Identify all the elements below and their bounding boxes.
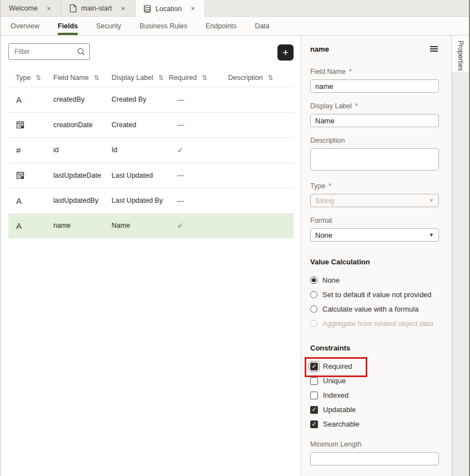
right-rail: Properties [451, 36, 469, 476]
sort-icon[interactable]: ⇅ [36, 74, 41, 82]
checkbox-indexed[interactable]: Indexed [310, 391, 439, 399]
required-cell: — [169, 121, 228, 129]
checkbox-updatable[interactable]: ✓ Updatable [310, 405, 439, 414]
checkbox-checked-icon: ✓ [310, 420, 318, 428]
column-header-type: Type [16, 74, 31, 82]
display-label-input[interactable] [310, 114, 439, 127]
properties-rail-label: Properties [457, 41, 464, 72]
add-field-button[interactable]: + [277, 44, 294, 61]
table-row-lastUpdateDate[interactable]: lastUpdateDate Last Updated — [8, 163, 294, 188]
field-name-cell: name [53, 222, 112, 229]
required-cell: — [169, 171, 228, 179]
value-calculation-heading: Value Calculation [310, 258, 439, 266]
field-name-label: Field Name* [310, 68, 439, 76]
tab-label: Location [155, 5, 181, 13]
tab-main-start[interactable]: main-start ✕ [61, 0, 135, 17]
display-label-label: Display Label* [310, 102, 439, 110]
rail-background [452, 72, 469, 476]
radio-none[interactable]: None [310, 276, 439, 284]
table-header: Type⇅ Field Name⇅ Display Label⇅ Require… [8, 69, 294, 87]
date-field-icon [16, 121, 53, 129]
checkbox-searchable[interactable]: ✓ Searchable [310, 420, 439, 428]
minimum-length-label: Minimum Length [310, 440, 439, 448]
close-icon[interactable]: ✕ [46, 4, 52, 13]
column-header-description: Description [228, 74, 263, 82]
column-header-required: Required [169, 74, 197, 82]
subtab-endpoints[interactable]: Endpoints [206, 17, 237, 35]
required-marker: * [329, 182, 331, 190]
sort-icon[interactable]: ⇅ [94, 74, 99, 82]
field-name-cell: lastUpdatedBy [53, 197, 112, 204]
properties-rail-tab[interactable]: Properties [452, 36, 469, 72]
chevron-down-icon: ▼ [429, 198, 434, 203]
checkbox-icon [310, 392, 318, 399]
description-label: Description [310, 137, 439, 144]
database-icon [144, 5, 151, 13]
close-icon[interactable]: ✕ [120, 4, 127, 13]
selected-field-title: name [310, 45, 329, 53]
subtab-fields[interactable]: Fields [58, 17, 78, 35]
radio-aggregate: Aggregate from related object data [310, 319, 439, 328]
display-label-cell: Created [112, 121, 169, 129]
field-name-input[interactable] [310, 79, 439, 93]
radio-icon [310, 305, 317, 313]
date-field-icon [16, 171, 53, 179]
required-cell: — [169, 197, 228, 205]
page-icon [69, 4, 77, 12]
checkbox-required[interactable]: ✓ Required [310, 362, 439, 370]
table-row-lastUpdatedBy[interactable]: A lastUpdatedBy Last Updated By — [8, 188, 294, 213]
constraints-heading: Constraints [310, 344, 439, 352]
number-field-icon: # [16, 146, 21, 155]
menu-icon[interactable] [429, 44, 439, 54]
tab-location[interactable]: Location ✕ [135, 0, 205, 17]
required-cell: ✓ [169, 221, 228, 230]
close-icon[interactable]: ✕ [190, 4, 196, 13]
radio-calculate-formula[interactable]: Calculate value with a formula [310, 305, 439, 313]
field-name-cell: id [53, 146, 112, 154]
display-label-cell: Id [112, 146, 169, 154]
column-header-display-label: Display Label [112, 74, 153, 82]
radio-icon [310, 320, 317, 327]
subtab-overview[interactable]: Overview [11, 17, 39, 35]
sort-icon[interactable]: ⇅ [158, 74, 164, 82]
editor-tab-bar: Welcome ✕ main-start ✕ Location ✕ [1, 0, 469, 17]
field-name-cell: createdBy [53, 96, 112, 103]
search-icon [77, 47, 85, 58]
text-field-icon: A [16, 221, 22, 231]
sort-icon[interactable]: ⇅ [202, 74, 208, 82]
checkbox-unique[interactable]: Unique [310, 377, 439, 385]
chevron-down-icon: ▼ [429, 232, 434, 238]
display-label-cell: Created By [112, 96, 169, 103]
required-marker: * [355, 102, 358, 110]
radio-icon [310, 291, 317, 298]
subtab-data[interactable]: Data [255, 17, 269, 35]
fields-list-panel: + Type⇅ Field Name⇅ Display Label⇅ Requi… [1, 36, 301, 476]
subtab-security[interactable]: Security [96, 17, 121, 35]
radio-set-default[interactable]: Set to default if value not provided [310, 290, 439, 299]
type-select: String ▼ [310, 194, 439, 207]
minimum-length-input[interactable] [310, 452, 439, 465]
fields-table: Type⇅ Field Name⇅ Display Label⇅ Require… [8, 69, 294, 238]
table-row-creationDate[interactable]: creationDate Created — [8, 112, 294, 138]
table-row-name-selected[interactable]: A name Name ✓ [8, 213, 294, 239]
required-marker: * [349, 68, 352, 76]
field-name-cell: creationDate [53, 121, 112, 129]
display-label-cell: Last Updated By [112, 197, 169, 204]
description-textarea[interactable] [310, 148, 439, 171]
app-window: Welcome ✕ main-start ✕ Location ✕ Overvi… [0, 0, 470, 476]
subtab-business-rules[interactable]: Business Rules [139, 17, 187, 35]
field-name-cell: lastUpdateDate [53, 172, 112, 179]
format-select[interactable]: None ▼ [310, 228, 439, 242]
table-row-createdBy[interactable]: A createdBy Created By — [8, 87, 294, 112]
radio-icon [310, 277, 317, 284]
table-row-id[interactable]: # id Id ✓ [8, 137, 294, 163]
required-cell: ✓ [169, 146, 228, 154]
format-label: Format [310, 217, 439, 224]
tab-welcome[interactable]: Welcome ✕ [1, 0, 61, 17]
text-field-icon: A [16, 196, 22, 206]
type-label: Type* [310, 182, 439, 190]
sort-icon[interactable]: ⇅ [268, 74, 274, 82]
tab-label: Welcome [9, 4, 38, 12]
checkbox-checked-icon: ✓ [310, 406, 318, 414]
display-label-cell: Name [112, 222, 169, 229]
